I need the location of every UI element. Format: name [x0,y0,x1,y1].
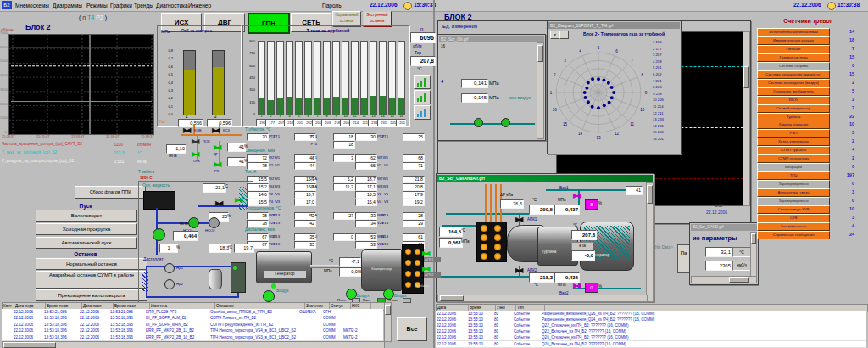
alarm-counter-button[interactable]: Генератор, возбудитель [757,87,830,96]
alarm-counter-button[interactable]: Система охлаждения (жидкость) [757,70,830,79]
menu-item-password[interactable]: Пароль [322,3,342,8]
alarm-counter-button[interactable]: Измерительные каналы [757,36,830,45]
alarm-counter-button[interactable]: СУМП турбины [757,146,830,154]
alarm-counter-button[interactable]: Осевой компрессор [757,104,830,113]
ga-var1-valve[interactable]: ▶◀ [573,193,583,199]
stop-button-1[interactable]: Аварийный останов СУМП в работе [36,271,147,289]
start-button-1[interactable]: Холодная прокрутка [36,223,137,235]
alarm-counter-button[interactable]: Аппаратура, связь [757,188,830,197]
alarm-counter-button[interactable]: Справочные сообщения [757,231,830,239]
chart-icon-button-1[interactable] [414,90,431,104]
alarm-counter-value: 4 [832,223,854,229]
valve-ogk[interactable]: ▶◀ [192,151,202,158]
pump-hco2[interactable] [209,217,220,228]
left-events-col-header[interactable]: Время перв [46,303,82,309]
ga-apk2-valve[interactable]: ▶◀ [515,267,526,274]
left-events-col-header[interactable]: Дата посл [82,303,114,309]
alarm-counter-button[interactable]: Исполнительные механизмы [757,28,830,36]
alarm-counter-button[interactable]: Котел-утилизатор [757,138,830,146]
gas-air-hscrollbar[interactable] [437,295,648,302]
pen-P2[interactable]: P2 [96,14,105,20]
params-behind-button[interactable]: Па [677,244,690,273]
oil-pump-1[interactable] [474,118,483,127]
valve-rk[interactable]: ▶◀ [214,161,224,168]
gas-air-window-titlebar[interactable]: B2_Scr_GasAndAir.grf [437,175,653,182]
valve-ksz[interactable]: ▶◀ [212,127,222,134]
alarm-counter-button[interactable]: Зарезервировано [757,197,830,205]
menu-item-0[interactable]: Мнемосхемы [15,3,49,8]
alarm-counter-button[interactable]: Система нагрева [757,62,830,70]
left-events-col-header[interactable]: Дата перв [14,303,46,309]
alarm-counter-button[interactable]: СУВ [757,214,830,222]
left-events-col-header[interactable]: Имя тега [150,303,215,309]
right-events-col-header[interactable]: Узел [496,305,516,311]
left-events-col-header[interactable]: Значение [305,303,330,309]
menu-item-3[interactable]: Графики [110,3,132,8]
valve-dg[interactable]: ▶◀ [214,144,224,151]
stop-button-2[interactable]: Прекращение валоповорота [36,289,147,301]
cooling-valve[interactable]: ▶◀ [215,200,225,207]
apk1-valve[interactable]: ▶◀ [422,250,432,257]
gas-air-vscrollbar[interactable] [646,182,654,302]
pump-nd1[interactable] [164,263,175,273]
menu-item-4[interactable]: Тренды [134,3,153,8]
params-hscrollbar[interactable] [691,276,757,283]
units-menu[interactable]: Ед. измерения [442,24,477,29]
valve-pok[interactable]: ▶◀ [192,138,202,145]
menu-item-2[interactable]: Режимы [86,3,108,8]
all-events-button[interactable]: Все [397,317,427,341]
right-events-row[interactable]: 22.12.200613:53:1080СобытиеQ26_Включен_и… [436,341,866,348]
left-events-row[interactable]: 22.12.200613:53:18,39622.12.200613:53:18… [2,334,383,341]
reset-ppk-button[interactable]: Сброс флагов ППК [75,186,146,199]
ga-apk1-valve[interactable]: ▶◀ [515,216,526,223]
alarm-counter-button[interactable]: СУМП генератора [757,154,830,163]
alarm-counter-button[interactable]: Загазованность [757,222,830,231]
alarm-counter-button[interactable]: Турбина [757,113,830,121]
ga-var2-valve[interactable]: ▶◀ [573,283,583,289]
stop-button-0[interactable]: Нормальный останов [36,258,147,270]
chart-icon-button-0[interactable] [414,75,431,89]
alarm-counter-button[interactable]: КВОУ [757,96,830,104]
menu-item-5[interactable]: Диагностика [156,3,188,8]
start-button-0[interactable]: Валоповорот [36,210,137,222]
fan-icon[interactable] [153,228,165,241]
pen-T4[interactable]: T4 [87,14,96,20]
right-events-col-header[interactable]: Тип [516,305,545,311]
left-events-col-header[interactable]: Описание [215,303,305,309]
left-events-col-header[interactable]: Квит [3,303,14,309]
alarm-counter-button[interactable]: Вибрации [757,163,830,171]
alarm-counter-button[interactable]: Сетевая вода КУВ [757,205,830,214]
air-pump-gen[interactable] [263,290,275,302]
tgas-bar-fill [314,98,320,115]
alarm-counter-button[interactable]: Камера сгорания [757,121,830,129]
valve-kov[interactable]: ▶◀ [183,127,193,134]
alarm-counter-button[interactable]: ТПЧ [757,171,830,180]
oil-vscrollbar[interactable] [537,42,544,139]
alarm-counter-button[interactable]: Зарезервировано [757,180,830,188]
oil-window-titlebar[interactable]: B2_Scr_Oil.grf [439,36,544,42]
apk2-valve[interactable]: ▶◀ [422,266,432,272]
alarm-counter-button[interactable]: Газовая система [757,53,830,62]
right-events-col-header[interactable]: Дата [437,305,469,311]
alarm-counter-button[interactable]: РВП [757,129,830,138]
left-events-hscrollbar[interactable] [2,341,385,348]
right-events-col-header[interactable]: Время [469,305,496,311]
left-events-col-header[interactable]: НКС [351,303,371,309]
pump-nd2[interactable] [164,279,175,289]
left-events-vscrollbar[interactable] [384,302,392,342]
alarm-counter-button[interactable]: Питание [757,45,830,53]
params-window-titlebar[interactable]: B2_Scr_CAND.grf [691,224,757,231]
alarm-counter-button[interactable]: Система охлаждения (воздух) [757,79,830,87]
left-events-col-header[interactable]: Статус [330,303,351,309]
chart-icon-button-2[interactable] [414,105,431,120]
tgas-title: Т газа за турбиной [269,28,387,34]
left-events-col-header[interactable]: Время посл [114,303,150,309]
trend-legend-unit: МПа [137,159,154,166]
polar-window-titlebar[interactable]: B2_Diagram_16POINT_T_TM.grf [548,22,680,29]
units-vscrollbar[interactable] [743,31,750,206]
menu-item-6[interactable]: Инженер [188,3,211,8]
start-button-2[interactable]: Автоматический пуск [36,237,137,249]
params-vscrollbar[interactable] [750,232,757,278]
oil-pump-2[interactable] [501,118,510,127]
menu-item-1[interactable]: Диаграммы [53,3,82,8]
